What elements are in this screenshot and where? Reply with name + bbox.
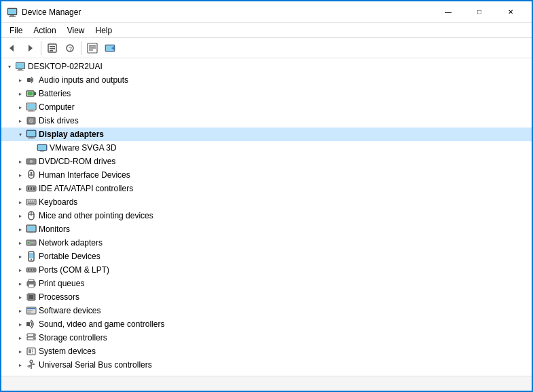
svg-point-71 (31, 259, 32, 260)
batteries-expand-icon[interactable]: ▸ (15, 88, 26, 99)
batteries-label: Batteries (39, 89, 71, 98)
tree-item-vmware[interactable]: VMware SVGA 3D (1, 141, 532, 155)
tree-item-ide[interactable]: ▸IDE ATA/ATAPI controllers (1, 182, 532, 195)
minimize-button[interactable]: — (433, 1, 464, 23)
computer-expand-icon[interactable]: ▸ (15, 102, 26, 113)
battery-icon (26, 88, 37, 99)
ports-expand-icon[interactable]: ▸ (15, 264, 26, 275)
svg-rect-14 (89, 47, 96, 49)
menu-view[interactable]: View (62, 24, 90, 37)
svg-point-94 (33, 334, 35, 336)
svg-rect-53 (28, 201, 29, 202)
ide-expand-icon[interactable]: ▸ (15, 183, 26, 194)
tree-item-audio[interactable]: ▸Audio inputs and outputs (1, 73, 532, 87)
usb-expand-icon[interactable]: ▸ (15, 359, 26, 370)
dvd-expand-icon[interactable]: ▸ (15, 156, 26, 167)
mice-expand-icon[interactable]: ▸ (15, 210, 26, 221)
tree-item-computer[interactable]: ▸Computer (1, 100, 532, 114)
svg-rect-21 (18, 69, 22, 71)
tree-item-usb[interactable]: ▸Universal Serial Bus controllers (1, 358, 532, 372)
svg-rect-2 (10, 15, 14, 16)
svg-rect-26 (28, 92, 33, 96)
menu-bar: File Action View Help (1, 23, 532, 38)
tree-item-mice[interactable]: ▸Mice and other pointing devices (1, 209, 532, 222)
tree-item-portable[interactable]: ▸Portable Devices (1, 250, 532, 263)
svg-rect-20 (16, 63, 24, 68)
tree-item-system[interactable]: ▸System devices (1, 345, 532, 358)
storage-expand-icon[interactable]: ▸ (15, 332, 26, 343)
display-label: Display adapters (39, 130, 104, 139)
vmware-expand-icon[interactable] (26, 142, 37, 153)
audio-expand-icon[interactable]: ▸ (15, 75, 26, 85)
maximize-button[interactable]: □ (464, 1, 495, 23)
svg-rect-97 (29, 349, 31, 353)
tree-item-hid[interactable]: ▸Human Interface Devices (1, 168, 532, 182)
hid-label: Human Interface Devices (39, 170, 130, 180)
portable-expand-icon[interactable]: ▸ (15, 251, 26, 262)
tree-item-dvd[interactable]: ▸DVD/CD-ROM drives (1, 155, 532, 168)
forward-button[interactable] (22, 40, 38, 56)
properties-small-button[interactable] (44, 40, 60, 56)
disk-icon (26, 115, 37, 126)
back-button[interactable] (4, 40, 20, 56)
tree-root[interactable]: ▾ DESKTOP-02R2UAI (1, 60, 532, 73)
svg-rect-56 (34, 201, 35, 202)
tree-item-disk[interactable]: ▸Disk drives (1, 114, 532, 128)
tree-item-monitors[interactable]: ▸Monitors (1, 222, 532, 236)
tree-item-storage[interactable]: ▸Storage controllers (1, 331, 532, 345)
tree-item-keyboards[interactable]: ▸Keyboards (1, 195, 532, 209)
svg-rect-91 (26, 322, 30, 326)
monitor-icon (26, 224, 37, 235)
close-button[interactable]: ✕ (495, 1, 526, 23)
svg-rect-3 (9, 16, 16, 17)
hid-expand-icon[interactable]: ▸ (15, 170, 26, 180)
processors-expand-icon[interactable]: ▸ (15, 292, 26, 302)
tree-item-display[interactable]: ▾Display adapters (1, 128, 532, 141)
window-controls: — □ ✕ (433, 1, 526, 23)
svg-rect-98 (32, 349, 33, 351)
tree-item-batteries[interactable]: ▸Batteries (1, 87, 532, 100)
svg-rect-80 (29, 295, 33, 299)
display-expand-icon[interactable]: ▾ (15, 129, 26, 140)
keyboards-expand-icon[interactable]: ▸ (15, 197, 26, 208)
software-label: Software devices (39, 306, 100, 315)
menu-action[interactable]: Action (28, 24, 61, 37)
monitors-expand-icon[interactable]: ▸ (15, 224, 26, 235)
refresh-button[interactable]: ? (62, 40, 78, 56)
svg-point-45 (31, 172, 33, 174)
system-expand-icon[interactable]: ▸ (15, 346, 26, 357)
help-button[interactable] (102, 40, 118, 56)
print-expand-icon[interactable]: ▸ (15, 278, 26, 289)
keyboards-label: Keyboards (39, 197, 77, 207)
tree-item-network[interactable]: ▸Network adapters (1, 236, 532, 250)
svg-rect-50 (31, 187, 32, 190)
root-expand-icon[interactable]: ▾ (4, 61, 15, 72)
software-expand-icon[interactable]: ▸ (15, 305, 26, 316)
keyboard-icon (26, 197, 37, 208)
svg-point-75 (33, 269, 35, 271)
svg-rect-62 (27, 226, 35, 231)
svg-rect-40 (40, 151, 44, 152)
processors-label: Processors (39, 292, 79, 302)
svg-rect-88 (27, 308, 35, 309)
menu-help[interactable]: Help (90, 24, 118, 37)
tree-item-software[interactable]: ▸Software devices (1, 304, 532, 317)
menu-file[interactable]: File (4, 24, 28, 37)
tree-item-processors[interactable]: ▸Processors (1, 290, 532, 304)
properties-button[interactable] (84, 40, 100, 56)
tree-content[interactable]: ▾ DESKTOP-02R2UAI ▸Audio inputs and outp… (1, 58, 532, 376)
network-expand-icon[interactable]: ▸ (15, 237, 26, 248)
audio-label: Audio inputs and outputs (39, 75, 128, 85)
network-icon (26, 237, 37, 248)
system-label: System devices (39, 347, 96, 356)
svg-rect-15 (89, 50, 93, 51)
disk-expand-icon[interactable]: ▸ (15, 115, 26, 126)
toolbar-separator-2 (81, 41, 81, 55)
svg-rect-36 (29, 137, 33, 138)
title-bar: Device Manager — □ ✕ (1, 1, 532, 23)
tree-item-ports[interactable]: ▸Ports (COM & LPT) (1, 263, 532, 277)
sound-expand-icon[interactable]: ▸ (15, 319, 26, 330)
tree-item-sound[interactable]: ▸Sound, video and game controllers (1, 317, 532, 331)
print-icon (26, 278, 37, 289)
tree-item-print[interactable]: ▸Print queues (1, 277, 532, 290)
